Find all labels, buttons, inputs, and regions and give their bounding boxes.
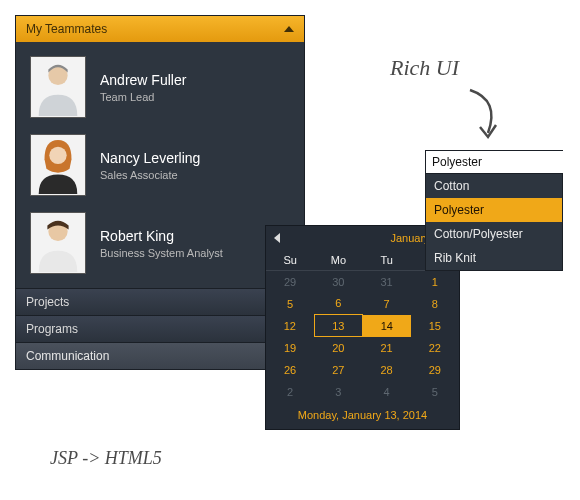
calendar-day[interactable]: 1 (411, 271, 459, 293)
combo-dropdown: CottonPolyesterCotton/PolyesterRib Knit (425, 174, 563, 271)
calendar-day[interactable]: 12 (266, 315, 314, 337)
calendar-day[interactable]: 15 (411, 315, 459, 337)
arrow-icon (460, 85, 510, 145)
calendar-day[interactable]: 4 (363, 381, 411, 403)
combo-field (425, 150, 563, 174)
teammates-list: Andrew Fuller Team Lead Nancy Leverling … (16, 42, 304, 288)
teammate-name: Robert King (100, 228, 223, 244)
accordion-header-label: Programs (26, 322, 78, 336)
teammate-info: Nancy Leverling Sales Associate (100, 150, 200, 181)
calendar-day[interactable]: 19 (266, 337, 314, 359)
calendar-day[interactable]: 31 (363, 271, 411, 293)
dow-label: Mo (314, 250, 362, 271)
avatar (30, 134, 86, 196)
list-item[interactable]: Andrew Fuller Team Lead (16, 48, 304, 126)
teammate-role: Team Lead (100, 91, 186, 103)
teammate-info: Andrew Fuller Team Lead (100, 72, 186, 103)
calendar-grid: Su Mo Tu We 2930311567812131415192021222… (266, 250, 459, 403)
annotation-rich-ui: Rich UI (390, 55, 459, 81)
teammate-name: Nancy Leverling (100, 150, 200, 166)
material-combobox: CottonPolyesterCotton/PolyesterRib Knit (425, 150, 563, 271)
dow-label: Tu (363, 250, 411, 271)
calendar-day[interactable]: 27 (314, 359, 362, 381)
calendar-footer[interactable]: Monday, January 13, 2014 (266, 403, 459, 429)
combo-option[interactable]: Rib Knit (426, 246, 562, 270)
accordion-header-communication[interactable]: Communication (16, 342, 304, 369)
combo-option[interactable]: Polyester (426, 198, 562, 222)
calendar-day[interactable]: 21 (363, 337, 411, 359)
calendar-day[interactable]: 2 (266, 381, 314, 403)
annotation-jsp-html5: JSP -> HTML5 (50, 448, 162, 469)
calendar-day[interactable]: 5 (411, 381, 459, 403)
calendar-day[interactable]: 6 (314, 293, 362, 315)
calendar-day[interactable]: 20 (314, 337, 362, 359)
calendar-day[interactable]: 30 (314, 271, 362, 293)
accordion-header-projects[interactable]: Projects (16, 288, 304, 315)
list-item[interactable]: Robert King Business System Analyst (16, 204, 304, 282)
calendar-day[interactable]: 8 (411, 293, 459, 315)
accordion-header-teammates[interactable]: My Teammates (16, 16, 304, 42)
calendar-day[interactable]: 26 (266, 359, 314, 381)
accordion-header-label: Communication (26, 349, 109, 363)
combo-input[interactable] (426, 151, 580, 173)
accordion-header-label: Projects (26, 295, 69, 309)
calendar-day[interactable]: 3 (314, 381, 362, 403)
calendar-day[interactable]: 28 (363, 359, 411, 381)
calendar-day[interactable]: 13 (314, 315, 362, 337)
calendar-day[interactable]: 22 (411, 337, 459, 359)
dow-label: Su (266, 250, 314, 271)
combo-option[interactable]: Cotton/Polyester (426, 222, 562, 246)
calendar-day[interactable]: 14 (363, 315, 411, 337)
calendar-day[interactable]: 29 (411, 359, 459, 381)
calendar-day[interactable]: 29 (266, 271, 314, 293)
teammate-info: Robert King Business System Analyst (100, 228, 223, 259)
teammates-panel: My Teammates Andrew Fuller Team Lead Nan… (15, 15, 305, 370)
calendar-day[interactable]: 5 (266, 293, 314, 315)
collapse-icon (284, 26, 294, 32)
accordion-header-programs[interactable]: Programs (16, 315, 304, 342)
combo-option[interactable]: Cotton (426, 174, 562, 198)
teammate-name: Andrew Fuller (100, 72, 186, 88)
teammate-role: Sales Associate (100, 169, 200, 181)
teammate-role: Business System Analyst (100, 247, 223, 259)
list-item[interactable]: Nancy Leverling Sales Associate (16, 126, 304, 204)
avatar (30, 56, 86, 118)
avatar (30, 212, 86, 274)
svg-point-1 (49, 147, 66, 164)
calendar-day[interactable]: 7 (363, 293, 411, 315)
accordion-header-label: My Teammates (26, 22, 107, 36)
